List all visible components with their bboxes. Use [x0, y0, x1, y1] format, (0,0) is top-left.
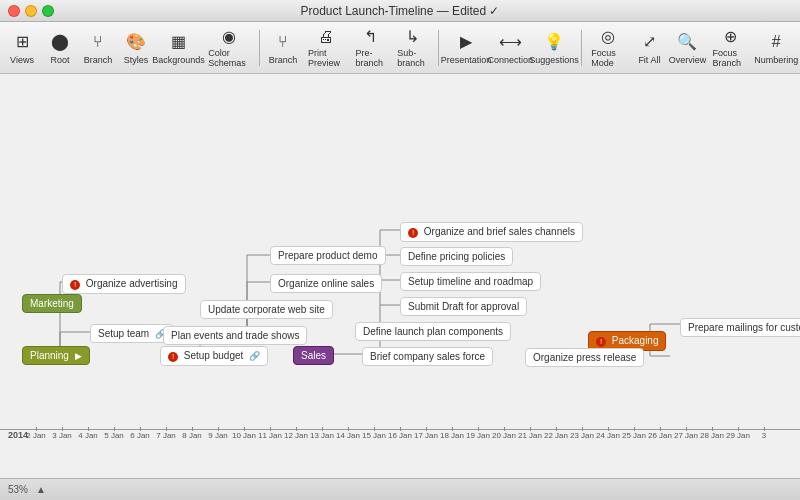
- tool-suggestions-label: Suggestions: [529, 55, 579, 65]
- separator-3: [581, 30, 582, 66]
- sales-label: Sales: [301, 350, 326, 361]
- year-label: 2014: [8, 430, 28, 440]
- axis-label-26: 27 Jan: [674, 431, 698, 440]
- prepare-product-demo-label: Prepare product demo: [278, 250, 378, 261]
- axis-label-10: 11 Jan: [258, 431, 282, 440]
- tool-backgrounds-label: Backgrounds: [152, 55, 205, 65]
- styles-icon: 🎨: [125, 31, 147, 53]
- prepare-mailings-label: Prepare mailings for customer bas: [688, 322, 800, 333]
- tool-color-schemas-label: Color Schemas: [208, 48, 249, 68]
- axis-label-2: 3 Jan: [52, 431, 72, 440]
- organize-brief-label: Organize and brief sales channels: [424, 226, 575, 237]
- views-icon: ⊞: [11, 31, 33, 53]
- tool-styles-label: Styles: [124, 55, 149, 65]
- node-define-launch[interactable]: Define launch plan components: [355, 322, 511, 341]
- organize-online-sales-label: Organize online sales: [278, 278, 374, 289]
- node-organize-press[interactable]: Organize press release: [525, 348, 644, 367]
- marketing-label: Marketing: [30, 298, 74, 309]
- node-submit-draft[interactable]: Submit Draft for approval: [400, 297, 527, 316]
- toolbar: ⊞ Views ⬤ Root ⑂ Branch 🎨 Styles ▦ Backg…: [0, 22, 800, 74]
- node-setup-team[interactable]: Setup team 🔗: [90, 324, 174, 343]
- tool-numbering[interactable]: # Numbering: [757, 26, 796, 70]
- tool-branch2-label: Branch: [269, 55, 298, 65]
- fit-all-icon: ⤢: [638, 31, 660, 53]
- axis-label-12: 13 Jan: [310, 431, 334, 440]
- tool-fit-all-label: Fit All: [638, 55, 660, 65]
- node-marketing[interactable]: Marketing: [22, 294, 82, 313]
- branch-icon: ⑂: [87, 31, 109, 53]
- tool-root[interactable]: ⬤ Root: [42, 26, 78, 70]
- root-icon: ⬤: [49, 31, 71, 53]
- tool-connection[interactable]: ⟷ Connection: [490, 26, 530, 70]
- axis-label-1: 2 Jan: [26, 431, 46, 440]
- tool-sub-branch[interactable]: ↳ Sub-branch: [392, 26, 433, 70]
- window-controls[interactable]: [8, 5, 54, 17]
- axis-label-17: 18 Jan: [440, 431, 464, 440]
- timeline-axis: 2014 2 Jan 3 Jan 4 Jan 5 Jan 6 Jan 7 Jan…: [0, 420, 800, 440]
- tool-backgrounds[interactable]: ▦ Backgrounds: [156, 26, 201, 70]
- alert-icon-brief: !: [408, 228, 418, 238]
- axis-label-24: 25 Jan: [622, 431, 646, 440]
- tool-branch2[interactable]: ⑂ Branch: [265, 26, 301, 70]
- axis-label-16: 17 Jan: [414, 431, 438, 440]
- tool-branch-label: Branch: [84, 55, 113, 65]
- maximize-button[interactable]: [42, 5, 54, 17]
- node-setup-budget[interactable]: ! Setup budget 🔗: [160, 346, 268, 366]
- tool-overview[interactable]: 🔍 Overview: [669, 26, 705, 70]
- axis-label-4: 5 Jan: [104, 431, 124, 440]
- tool-fit-all[interactable]: ⤢ Fit All: [631, 26, 667, 70]
- close-button[interactable]: [8, 5, 20, 17]
- connection-icon: ⟷: [499, 31, 521, 53]
- tool-views[interactable]: ⊞ Views: [4, 26, 40, 70]
- node-brief-company[interactable]: Brief company sales force: [362, 347, 493, 366]
- tool-focus-branch-label: Focus Branch: [712, 48, 749, 68]
- minimize-button[interactable]: [25, 5, 37, 17]
- update-web-label: Update corporate web site: [208, 304, 325, 315]
- node-define-pricing[interactable]: Define pricing policies: [400, 247, 513, 266]
- node-prepare-product-demo[interactable]: Prepare product demo: [270, 246, 386, 265]
- main-canvas[interactable]: Planning ▶ Setup team 🔗 Marketing ! Orga…: [0, 74, 800, 478]
- node-organize-online-sales[interactable]: Organize online sales: [270, 274, 382, 293]
- tool-print-preview[interactable]: 🖨 Print Preview: [303, 26, 348, 70]
- branch2-icon: ⑂: [272, 31, 294, 53]
- setup-team-label: Setup team: [98, 328, 149, 339]
- focus-mode-icon: ◎: [597, 27, 619, 46]
- tool-presentation-label: Presentation: [441, 55, 492, 65]
- setup-budget-label: Setup budget: [184, 350, 244, 361]
- sub-branch-icon: ↳: [402, 27, 424, 46]
- axis-label-25: 26 Jan: [648, 431, 672, 440]
- node-organize-brief[interactable]: ! Organize and brief sales channels: [400, 222, 583, 242]
- node-organize-advertising[interactable]: ! Organize advertising: [62, 274, 186, 294]
- node-planning[interactable]: Planning ▶: [22, 346, 90, 365]
- tool-presentation[interactable]: ▶ Presentation: [444, 26, 488, 70]
- node-plan-events[interactable]: Plan events and trade shows: [163, 326, 307, 345]
- axis-label-27: 28 Jan: [700, 431, 724, 440]
- node-sales[interactable]: Sales: [293, 346, 334, 365]
- setup-timeline-label: Setup timeline and roadmap: [408, 276, 533, 287]
- tool-focus-branch[interactable]: ⊕ Focus Branch: [707, 26, 754, 70]
- pre-branch-icon: ↰: [359, 27, 381, 46]
- axis-label-21: 22 Jan: [544, 431, 568, 440]
- print-icon: 🖨: [315, 28, 337, 46]
- tool-color-schemas[interactable]: ◉ Color Schemas: [203, 26, 254, 70]
- window-title: Product Launch-Timeline — Edited ✓: [301, 4, 500, 18]
- status-bar: 53% ▲: [0, 478, 800, 500]
- color-schemas-icon: ◉: [218, 27, 240, 46]
- zoom-icon[interactable]: ▲: [36, 484, 46, 495]
- tool-pre-branch[interactable]: ↰ Pre-branch: [351, 26, 391, 70]
- axis-label-11: 12 Jan: [284, 431, 308, 440]
- tool-sub-branch-label: Sub-branch: [397, 48, 428, 68]
- node-prepare-mailings[interactable]: Prepare mailings for customer bas: [680, 318, 800, 337]
- presentation-icon: ▶: [455, 31, 477, 53]
- tool-focus-mode[interactable]: ◎ Focus Mode: [586, 26, 629, 70]
- axis-label-3: 4 Jan: [78, 431, 98, 440]
- axis-label-7: 8 Jan: [182, 431, 202, 440]
- tool-styles[interactable]: 🎨 Styles: [118, 26, 154, 70]
- submit-draft-label: Submit Draft for approval: [408, 301, 519, 312]
- node-setup-timeline[interactable]: Setup timeline and roadmap: [400, 272, 541, 291]
- tool-print-label: Print Preview: [308, 48, 343, 68]
- tool-branch[interactable]: ⑂ Branch: [80, 26, 116, 70]
- node-update-web[interactable]: Update corporate web site: [200, 300, 333, 319]
- tool-suggestions[interactable]: 💡 Suggestions: [532, 26, 575, 70]
- axis-label-8: 9 Jan: [208, 431, 228, 440]
